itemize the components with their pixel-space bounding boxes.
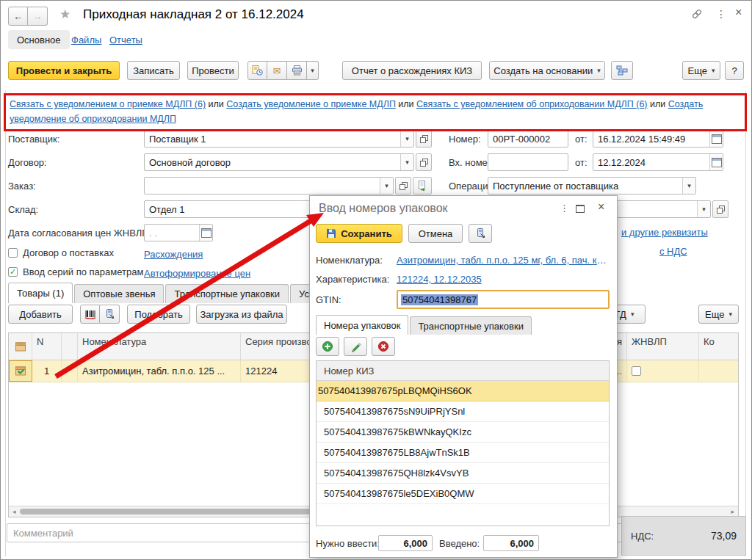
dialog-characteristic-link[interactable]: 121224, 12.12.2035 [397, 274, 482, 285]
nav-tab-main[interactable]: Основное [8, 30, 70, 49]
open-button[interactable] [416, 153, 432, 171]
calendar-button[interactable] [199, 225, 212, 241]
doc-history-button[interactable] [247, 61, 267, 80]
col-nomenclature: Номенклатура [78, 333, 241, 360]
supplier-input[interactable]: Поставщик 1▾ [144, 130, 414, 148]
create-based-on-button[interactable]: Создать на основании▾ [489, 61, 605, 80]
kiz-row[interactable]: 507540413987675kBWNkayQKIzc [317, 422, 609, 443]
other-details-link[interactable]: и другие реквизиты [621, 227, 708, 238]
mdlp-link-create-acceptance[interactable]: Создать уведомление о приемке МДЛП [226, 99, 396, 109]
order-label: Заказ: [8, 181, 36, 192]
calendar-button[interactable] [709, 154, 723, 170]
print-dropdown-button[interactable]: ▾ [307, 61, 319, 80]
add-row-button[interactable]: Добавить [8, 305, 73, 324]
dialog-menu-icon[interactable]: ⋮ [560, 203, 569, 214]
contract-input[interactable]: Основной договор▾ [144, 153, 414, 171]
calendar-icon [201, 228, 212, 238]
kiz-row[interactable]: 507540413987675QH8lzk4VsvYB [317, 463, 609, 484]
row-qty [699, 360, 738, 382]
window-menu-icon[interactable]: ⋮ [716, 8, 726, 20]
operation-value: Поступление от поставщика [488, 181, 682, 192]
kiz-edit-button[interactable] [344, 337, 367, 356]
post-button[interactable]: Провести [187, 61, 239, 80]
window-close-icon[interactable]: × [735, 6, 742, 19]
row-package-cell[interactable] [9, 360, 32, 382]
back-button[interactable]: ← [8, 7, 28, 26]
kiz-row[interactable]: 507540413987675sN9UiPRjYSnl [317, 401, 609, 422]
more-button[interactable]: Еще▾ [682, 61, 720, 80]
mdlp-link-bind-acceptance[interactable]: Связать с уведомлением о приемке МДЛП (6… [10, 99, 206, 109]
dialog-cancel-button[interactable]: Отмена [408, 224, 463, 243]
table-more-button[interactable]: Еще▾ [698, 305, 739, 324]
dialog-tab-numbers[interactable]: Номера упаковок [316, 315, 408, 335]
kiz-list-header: Номер КИЗ [317, 361, 609, 381]
dropdown-button[interactable]: ▾ [400, 131, 413, 147]
vat-panel: НДС: 73,09 [621, 516, 746, 556]
need-enter-value: 6,000 [378, 535, 433, 551]
dropdown-button[interactable]: ▾ [682, 178, 695, 194]
nav-tab-files[interactable]: Файлы [71, 34, 101, 46]
gtin-input[interactable]: 50754041398767 [397, 290, 610, 309]
kiz-report-button[interactable]: Отчет о расхождениях КИЗ [342, 61, 482, 80]
pick-button[interactable]: Подобрать [127, 305, 190, 324]
tab-wholesale[interactable]: Оптовые звенья [74, 284, 164, 303]
kiz-row[interactable]: 507540413987675LB8AjwTnSk1B [317, 443, 609, 463]
email-button[interactable]: ✉ [267, 61, 287, 80]
fill-from-order-button[interactable] [413, 177, 432, 194]
calendar-button[interactable] [709, 131, 723, 147]
scroll-right-icon[interactable]: ▸ [727, 508, 738, 515]
scroll-left-icon[interactable]: ◂ [9, 508, 20, 515]
print-button[interactable] [287, 61, 307, 80]
copy-link-icon[interactable] [691, 8, 703, 22]
data-terminal-icon [104, 309, 115, 319]
open-button[interactable] [416, 130, 432, 148]
doc-date-input[interactable]: 16.12.2024 15:49:49 [593, 130, 723, 148]
dialog-tab-transport[interactable]: Транспортные упаковки [410, 316, 532, 335]
post-and-close-button[interactable]: Провести и закрыть [8, 61, 120, 80]
tab-goods[interactable]: Товары (1) [8, 283, 73, 303]
zhnvlp-checkbox[interactable] [632, 366, 641, 376]
dropdown-button[interactable]: ▾ [400, 154, 413, 170]
operation-input[interactable]: Поступление от поставщика▾ [488, 177, 696, 194]
kiz-row[interactable]: 507540413987675pLBQMQiHS6OK [317, 381, 609, 401]
kiz-row[interactable]: 507540413987675le5DEXiB0QMW [317, 484, 609, 504]
kiz-delete-button[interactable] [372, 337, 395, 356]
dialog-terminal-button[interactable] [469, 224, 492, 243]
autoprice-link[interactable]: Автоформирование цен [144, 268, 250, 279]
open-button[interactable] [712, 200, 728, 218]
barcode-scan-button[interactable] [80, 305, 100, 324]
help-button[interactable]: ? [725, 61, 744, 80]
favorite-star-icon[interactable]: ★ [59, 7, 70, 22]
order-input[interactable]: ▾ [144, 177, 394, 194]
in-date-input[interactable]: 12.12.2024 [593, 153, 723, 171]
terminal-load-button[interactable] [100, 305, 120, 324]
chevron-down-icon: ▾ [405, 135, 409, 142]
load-from-file-button[interactable]: Загрузка из файла [196, 305, 287, 324]
tab-transport-label: Транспортные упаковки [174, 288, 280, 299]
dropdown-button[interactable]: ▾ [380, 178, 393, 194]
nav-tab-reports[interactable]: Отчеты [109, 34, 142, 46]
mdlp-link-bind-posting[interactable]: Связать с уведомлением об оприходовании … [416, 99, 647, 109]
forward-button[interactable]: → [28, 7, 48, 26]
dialog-save-button[interactable]: Сохранить [316, 224, 402, 243]
dialog-nomenclature-link[interactable]: Азитромицин, табл. п.п.о. 125 мг, бл. 6,… [397, 255, 611, 266]
col-zhnvlp: ЖНВЛП [627, 333, 699, 360]
date-from-label: от: [575, 134, 588, 145]
structure-button[interactable] [611, 61, 633, 80]
with-vat-link[interactable]: с НДС [659, 246, 687, 257]
kiz-add-button[interactable] [316, 337, 339, 356]
zhnvlp-date-input[interactable]: . . [144, 224, 213, 241]
write-button[interactable]: Записать [127, 61, 180, 80]
chevron-down-icon: ▾ [385, 182, 388, 189]
tab-transport[interactable]: Транспортные упаковки [165, 284, 289, 303]
discrepancies-link[interactable]: Расхождения [144, 249, 203, 260]
supply-contract-checkbox[interactable] [8, 248, 18, 258]
dialog-close-icon[interactable]: × [598, 200, 604, 214]
dialog-maximize-icon[interactable] [576, 205, 585, 213]
in-number-input[interactable] [488, 153, 568, 171]
open-button[interactable] [395, 177, 411, 194]
series-params-checkbox[interactable]: ✓ [8, 267, 18, 277]
dropdown-button[interactable]: ▾ [697, 201, 710, 217]
supplier-value: Поставщик 1 [145, 134, 400, 145]
number-input[interactable]: 00РТ-000002 [488, 130, 568, 148]
